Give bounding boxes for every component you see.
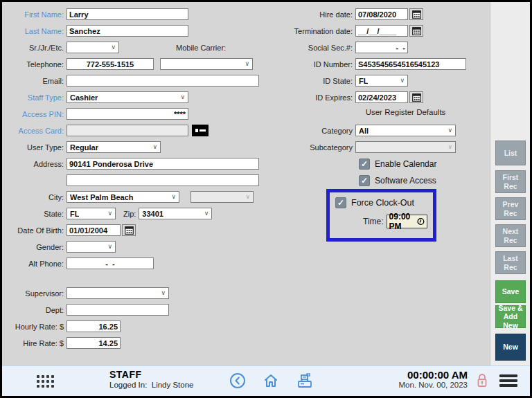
force-clockout-label: Force Clock-Out (351, 198, 414, 208)
staff-type-select[interactable]: Cashier ∨ (66, 91, 188, 103)
calendar-icon (412, 10, 421, 19)
gender-row: Gender: ∨ (7, 241, 284, 253)
access-card-field (66, 125, 188, 136)
access-pin-field[interactable] (66, 108, 188, 120)
hire-date-calendar-button[interactable] (409, 8, 423, 20)
hire-rate-field[interactable] (66, 337, 121, 349)
mobile-carrier-select[interactable]: ∨ (160, 58, 253, 70)
clock-icon[interactable] (417, 217, 425, 226)
supervisor-label: Supervisor: (7, 289, 64, 298)
enable-calendar-label: Enable Calendar (375, 159, 436, 169)
id-number-row: ID Number: (285, 58, 493, 70)
logged-in-label: Logged In: (109, 381, 147, 389)
termination-date-calendar-button[interactable] (409, 25, 423, 37)
register-button[interactable] (296, 372, 314, 392)
dob-field[interactable] (66, 224, 121, 236)
force-clockout-highlight-box: ✓ Force Clock-Out Time: 09:00 PM (326, 189, 436, 242)
time-field[interactable]: 09:00 PM (387, 215, 427, 228)
hire-date-row: Hire date: (285, 8, 493, 20)
apps-grid-button[interactable] (37, 375, 55, 388)
access-card-swipe-button[interactable] (192, 125, 209, 136)
dob-calendar-button[interactable] (122, 224, 136, 236)
last-name-field[interactable] (66, 25, 188, 37)
city-select[interactable]: West Palm Beach ∨ (66, 191, 179, 203)
mobile-carrier-label: Mobile Carrier: (176, 44, 226, 52)
id-state-select[interactable]: FL ∨ (355, 75, 408, 87)
force-clockout-row: ✓ Force Clock-Out (335, 197, 427, 209)
left-form-column: First Name: Last Name: Sr./Jr./Etc. ∨ Mo… (7, 8, 284, 354)
alt-phone-row: Alt Phone: (7, 257, 284, 269)
alt-phone-label: Alt Phone: (7, 260, 64, 268)
category-select[interactable]: All ∨ (355, 125, 456, 136)
alt-phone-field[interactable] (66, 257, 154, 269)
id-expires-label: ID Expires: (285, 93, 353, 102)
address-row: Address: (7, 158, 284, 170)
address2-row (7, 174, 284, 186)
state-label: State: (7, 210, 64, 218)
id-number-field[interactable] (355, 58, 466, 70)
id-expires-field[interactable] (355, 91, 408, 103)
city-row: City: West Palm Beach ∨ ∨ (7, 191, 284, 203)
home-button[interactable] (263, 372, 279, 392)
save-button[interactable]: Save (495, 280, 526, 303)
chevron-down-icon: ∨ (400, 78, 405, 84)
user-type-select[interactable]: Regular ∨ (66, 141, 161, 153)
id-expires-calendar-button[interactable] (409, 91, 423, 103)
force-clockout-checkbox[interactable]: ✓ (335, 197, 346, 208)
access-pin-label: Access PIN: (7, 110, 64, 118)
gender-select[interactable]: ∨ (66, 241, 116, 253)
hire-date-label: Hire date: (285, 10, 353, 19)
ssn-row: Social Sec.#: (285, 42, 493, 53)
access-card-row: Access Card: (7, 125, 284, 136)
termination-date-field[interactable] (355, 25, 408, 37)
dob-label: Date Of Birth: (7, 226, 64, 235)
subcategory-select: ∨ (355, 141, 456, 153)
lock-icon[interactable] (476, 372, 488, 392)
hire-date-field[interactable] (355, 8, 408, 20)
chevron-left-circle-icon (229, 372, 246, 389)
telephone-field[interactable] (66, 58, 154, 70)
home-icon (263, 372, 279, 389)
hire-rate-label: Hire Rate: $ (7, 339, 64, 347)
save-add-new-button[interactable]: Save & Add New (495, 305, 526, 328)
access-card-label: Access Card: (7, 127, 64, 135)
address-field[interactable] (66, 158, 259, 170)
first-name-field[interactable] (66, 8, 188, 20)
chevron-down-icon: ∨ (447, 127, 452, 134)
menu-button[interactable] (499, 374, 517, 389)
next-rec-button[interactable]: Next Rec (495, 224, 526, 247)
calendar-icon (412, 93, 421, 102)
clock-date: Mon. Nov. 00, 2023 (398, 381, 468, 389)
ssn-field[interactable] (355, 42, 408, 53)
time-value: 09:00 PM (389, 212, 418, 231)
state-select[interactable]: FL ∨ (66, 208, 116, 219)
back-button[interactable] (229, 372, 246, 392)
last-rec-button[interactable]: Last Rec (495, 251, 526, 274)
chevron-down-icon: ∨ (245, 194, 250, 200)
suffix-select[interactable]: ∨ (66, 42, 119, 53)
dept-field[interactable] (66, 304, 169, 316)
zip-select[interactable]: 33401 ∨ (139, 208, 212, 219)
hourly-rate-field[interactable] (66, 320, 121, 332)
chevron-down-icon: ∨ (180, 94, 185, 100)
email-field[interactable] (66, 75, 259, 87)
check-icon: ✓ (361, 159, 368, 169)
address2-field[interactable] (66, 174, 259, 186)
hamburger-icon (499, 374, 517, 377)
enable-calendar-checkbox[interactable]: ✓ (359, 159, 370, 170)
id-expires-row: ID Expires: (285, 91, 493, 103)
first-rec-button[interactable]: First Rec (495, 170, 526, 193)
telephone-label: Telephone: (7, 60, 64, 69)
list-button[interactable]: List (495, 141, 526, 165)
new-button[interactable]: New (495, 334, 526, 361)
address-label: Address: (7, 160, 64, 168)
supervisor-select[interactable]: ∨ (66, 287, 169, 299)
chevron-down-icon: ∨ (245, 61, 249, 67)
category-label: Category (285, 127, 353, 135)
user-type-label: User Type: (7, 143, 64, 152)
software-access-checkbox[interactable]: ✓ (359, 175, 370, 186)
subcategory-label: Subcategory (285, 143, 353, 152)
prev-rec-button[interactable]: Prev Rec (495, 197, 526, 220)
logged-in-user: Lindy Stone (152, 381, 194, 389)
software-access-row: ✓ Software Access (285, 174, 493, 187)
